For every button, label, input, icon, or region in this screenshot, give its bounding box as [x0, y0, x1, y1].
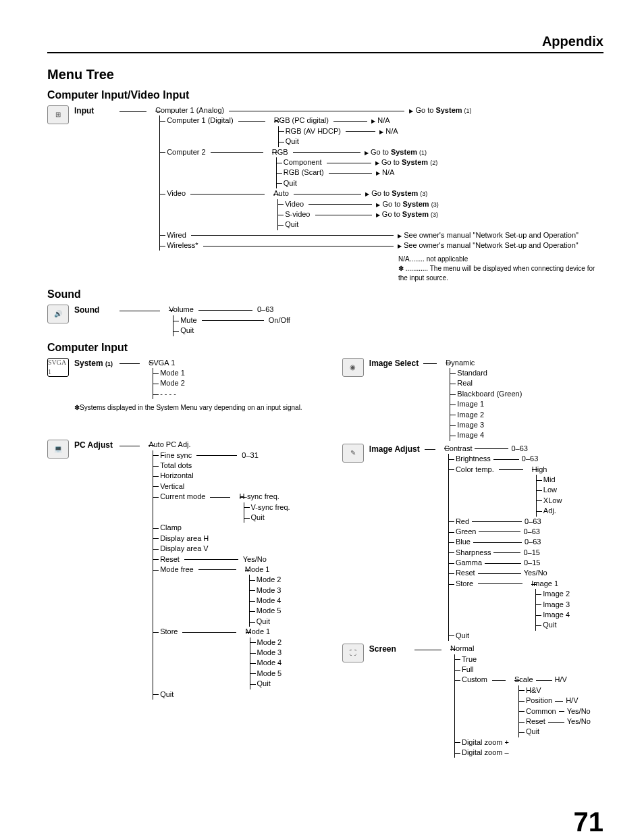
st-item: Mode 3: [250, 648, 282, 658]
st-item: Mode 2: [250, 637, 282, 648]
page-title: Menu Tree: [47, 67, 603, 82]
sound-quit: Quit: [180, 326, 194, 334]
c1d-rgb-av-dest: N/A: [385, 127, 398, 135]
c2-component: Component: [284, 158, 322, 166]
imageadjust-root: Image Adjust: [369, 444, 420, 455]
pc-finesync: Fine sync: [160, 451, 192, 459]
mf-item: Mode 2: [250, 575, 281, 585]
wired-dest: See owner's manual "Network Set-up and O…: [404, 231, 579, 239]
sys-item: Mode 2: [153, 378, 185, 388]
scr-normal: Normal: [450, 644, 591, 654]
ct-item: Adj.: [537, 506, 562, 516]
is-item: Image 1: [450, 399, 522, 409]
sys-item: Mode 1: [153, 368, 185, 378]
is-item: Image 3: [450, 420, 522, 430]
input-computer2: Computer 2: [167, 148, 205, 156]
pcadjust-root: PC Adjust: [74, 440, 115, 451]
ia-reset: Reset: [456, 569, 475, 577]
ia-store: Store: [456, 579, 473, 588]
is-item: Standard: [450, 368, 522, 378]
ia-brightness: Brightness: [456, 454, 491, 463]
cm-h: H-sync freq.: [240, 492, 290, 502]
is-item: Image 4: [450, 430, 522, 440]
c-scale: Scale: [514, 675, 533, 683]
c2-quit: Quit: [284, 179, 297, 187]
pc-horizontal: Horizontal: [153, 471, 290, 481]
mf-item: Mode 5: [250, 606, 281, 616]
pcadjust-icon: 💻: [47, 440, 69, 459]
c-quit: Quit: [519, 727, 591, 737]
c1d-rgb-pc: RGB (PC digital): [274, 116, 329, 124]
ct-item: Low: [537, 485, 562, 495]
input-computer1-analog: Computer 1 (Analog): [155, 106, 224, 114]
st-item: Mode 1: [246, 627, 282, 637]
pc-reset: Reset: [160, 555, 180, 563]
page-number: 71: [574, 807, 604, 834]
scr-full: Full: [455, 664, 591, 675]
sys-item: SVGA 1: [149, 358, 185, 368]
mf-item: Mode 4: [250, 596, 281, 606]
system-root: System (1): [74, 358, 115, 369]
svga1-badge: SVGA 1: [47, 358, 69, 377]
ia-quit: Quit: [449, 631, 570, 641]
pc-vertical: Vertical: [153, 481, 290, 492]
ia-store-item: Image 2: [536, 589, 570, 599]
ia-store-item: Image 4: [536, 610, 570, 620]
pc-currentmode: Current mode: [160, 492, 205, 500]
sys-item: - - - -: [153, 389, 185, 399]
section-computer-input: Computer Input: [47, 342, 603, 354]
ia-store-item: Image 3: [536, 600, 570, 610]
c-reset: Reset: [526, 717, 545, 725]
ia-green: Green: [456, 527, 477, 536]
ia-colortemp: Color temp.: [456, 465, 494, 473]
wireless-dest: See owner's manual "Network Set-up and O…: [404, 241, 579, 249]
c2-rgb-scart-dest: N/A: [382, 168, 394, 176]
scr-custom: Custom: [462, 675, 487, 683]
sound-volume-range: 0–63: [257, 305, 273, 313]
st-item: Quit: [250, 679, 282, 689]
pc-display-h: Display area H: [153, 533, 290, 544]
pc-store: Store: [160, 627, 178, 635]
input-video: Video: [167, 189, 186, 197]
input-wired: Wired: [167, 231, 186, 239]
c1d-rgb-av: RGB (AV HDCP): [286, 127, 341, 135]
mf-item: Mode 3: [250, 585, 281, 596]
pc-display-v: Display area V: [153, 544, 290, 554]
ia-red: Red: [456, 517, 469, 525]
cm-v: V-sync freq.: [244, 502, 290, 513]
v-auto: Auto: [273, 189, 289, 197]
c2-rgb: RGB: [272, 148, 288, 156]
sound-root: Sound: [74, 305, 115, 316]
ct-item: Mid: [537, 475, 562, 485]
section-computer-video-input: Computer Input/Video Input: [47, 89, 603, 101]
input-root: Input: [74, 105, 115, 117]
pc-modefree: Mode free: [160, 565, 194, 573]
cm-quit: Quit: [244, 513, 290, 523]
c-position: Position: [526, 696, 552, 704]
st-item: Mode 5: [250, 669, 282, 679]
ia-contrast: Contrast: [444, 444, 473, 452]
v-video: Video: [285, 200, 304, 208]
is-item: Real: [450, 378, 522, 388]
sound-volume: Volume: [169, 305, 194, 313]
sound-icon: 🔊: [47, 305, 69, 323]
c1d-quit: Quit: [286, 137, 299, 145]
section-sound: Sound: [47, 288, 603, 301]
v-quit: Quit: [285, 220, 298, 228]
c-hv: H&V: [519, 685, 591, 696]
pc-auto: Auto PC Adj.: [149, 440, 290, 450]
ia-gamma: Gamma: [456, 558, 482, 567]
sound-mute: Mute: [180, 316, 196, 324]
imageadjust-icon: ✎: [342, 444, 364, 463]
ia-sharpness: Sharpness: [456, 548, 491, 556]
scr-dzoom-minus: Digital zoom –: [455, 748, 591, 758]
st-item: Mode 4: [250, 658, 282, 668]
ct-item: XLow: [537, 496, 562, 506]
v-svideo: S-video: [285, 210, 310, 218]
is-item: Image 2: [450, 410, 522, 420]
note-star: ✽ ............ The menu will be displaye…: [398, 264, 603, 283]
imageselect-root: Image Select: [369, 358, 419, 369]
page-header: Appendix: [47, 34, 603, 53]
is-item: Blackboard (Green): [450, 389, 522, 399]
input-icon: ⊞: [47, 105, 69, 124]
